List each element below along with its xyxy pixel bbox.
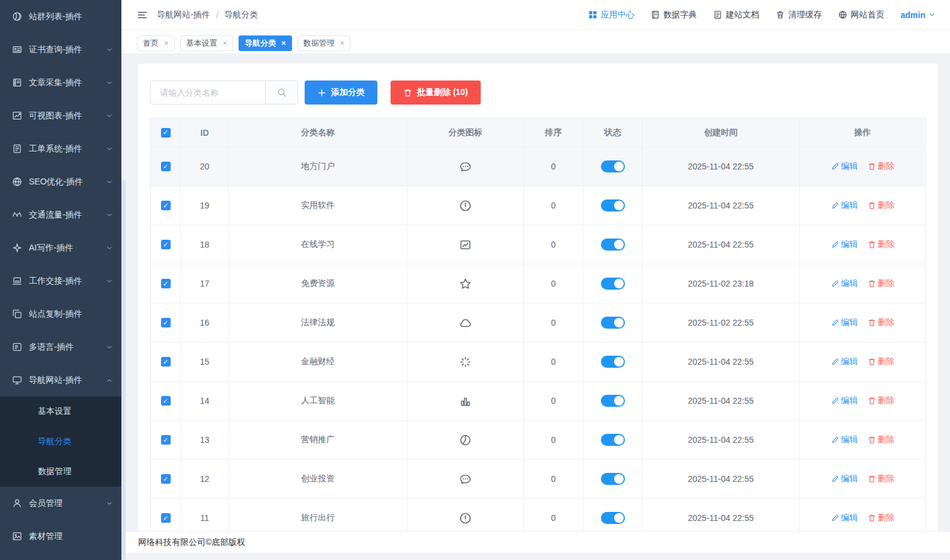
row-checkbox[interactable]: ✓ xyxy=(161,162,171,171)
tab-close-icon[interactable]: × xyxy=(281,39,286,47)
tab-基本设置[interactable]: 基本设置× xyxy=(180,35,234,51)
tab-close-icon[interactable]: × xyxy=(164,39,169,47)
status-toggle[interactable] xyxy=(601,473,625,485)
edit-button[interactable]: 编辑 xyxy=(831,161,858,172)
edit-button[interactable]: 编辑 xyxy=(831,513,858,523)
trash-icon xyxy=(868,240,876,249)
sidebar-item[interactable]: 会员管理 xyxy=(0,487,121,520)
traffic-icon xyxy=(12,210,22,220)
cell-created: 2025-11-04 22:55 xyxy=(642,147,800,186)
warning-icon xyxy=(459,199,472,212)
tab-数据管理[interactable]: 数据管理× xyxy=(297,35,351,51)
row-checkbox[interactable]: ✓ xyxy=(161,318,171,327)
topbar-link-label: 数据字典 xyxy=(663,10,697,20)
row-checkbox[interactable]: ✓ xyxy=(161,396,171,406)
sidebar-scrollbar[interactable] xyxy=(121,180,126,560)
user-menu[interactable]: admin xyxy=(901,10,936,20)
status-toggle[interactable] xyxy=(601,278,625,290)
table-row: ✓18在线学习02025-11-04 22:55编辑删除 xyxy=(151,225,925,264)
sidebar-item[interactable]: 工作交接-插件 xyxy=(0,264,121,297)
delete-button[interactable]: 删除 xyxy=(868,278,895,289)
delete-button[interactable]: 删除 xyxy=(868,317,895,328)
tab-导航分类[interactable]: 导航分类× xyxy=(239,35,292,51)
delete-label: 删除 xyxy=(878,434,895,445)
delete-button[interactable]: 删除 xyxy=(868,356,895,367)
delete-button[interactable]: 删除 xyxy=(868,395,895,406)
edit-button[interactable]: 编辑 xyxy=(831,278,858,289)
sidebar-subitem[interactable]: 数据管理 xyxy=(0,457,121,487)
delete-button[interactable]: 删除 xyxy=(868,239,895,250)
cell-sort: 0 xyxy=(524,303,583,342)
sidebar-item[interactable]: SEO优化-插件 xyxy=(0,165,121,198)
edit-button[interactable]: 编辑 xyxy=(831,317,858,328)
clear-cache-icon xyxy=(776,10,785,19)
row-checkbox[interactable]: ✓ xyxy=(161,435,171,445)
status-toggle[interactable] xyxy=(601,199,625,212)
tab-首页[interactable]: 首页× xyxy=(137,35,175,51)
edit-button[interactable]: 编辑 xyxy=(831,473,858,484)
add-category-button[interactable]: 添加分类 xyxy=(305,81,377,105)
delete-button[interactable]: 删除 xyxy=(868,200,895,211)
sidebar-item[interactable]: 文章采集-插件 xyxy=(0,66,121,99)
status-toggle[interactable] xyxy=(601,317,625,329)
status-toggle[interactable] xyxy=(601,356,625,368)
table-header-cell: 创建时间 xyxy=(642,118,800,147)
tab-close-icon[interactable]: × xyxy=(340,39,345,47)
edit-button[interactable]: 编辑 xyxy=(831,239,858,250)
row-checkbox[interactable]: ✓ xyxy=(161,279,171,288)
sidebar-item[interactable]: 导航网站-插件 xyxy=(0,364,121,397)
trash-icon xyxy=(868,201,876,210)
row-checkbox[interactable]: ✓ xyxy=(161,474,171,484)
content-card: 添加分类 批量删除 (10) ✓ID分类名称分类图标排序状态创建时间操作✓20地… xyxy=(138,64,938,553)
cell-actions: 编辑删除 xyxy=(800,303,925,342)
status-toggle[interactable] xyxy=(601,434,625,446)
sidebar-item[interactable]: AI写作-插件 xyxy=(0,231,121,264)
row-checkbox[interactable]: ✓ xyxy=(161,240,171,249)
search-button[interactable] xyxy=(265,81,298,105)
delete-button[interactable]: 删除 xyxy=(868,434,895,445)
topbar-link[interactable]: 应用中心 xyxy=(588,10,635,20)
edit-button[interactable]: 编辑 xyxy=(831,434,858,445)
row-checkbox[interactable]: ✓ xyxy=(161,513,171,523)
topbar-link[interactable]: 数据字典 xyxy=(651,10,697,20)
edit-button[interactable]: 编辑 xyxy=(831,356,858,367)
topbar-link[interactable]: 清理缓存 xyxy=(776,10,822,20)
sidebar-item[interactable]: 交通流量-插件 xyxy=(0,198,121,231)
edit-label: 编辑 xyxy=(841,239,858,250)
status-toggle[interactable] xyxy=(601,239,625,251)
delete-button[interactable]: 删除 xyxy=(868,473,895,484)
topbar-link[interactable]: 建站文档 xyxy=(713,10,760,20)
collapse-menu-icon[interactable] xyxy=(137,10,148,20)
cell-name: 金融财经 xyxy=(229,342,407,381)
topbar-link[interactable]: 网站首页 xyxy=(838,10,885,20)
main-area: 导航网站-插件/导航分类 应用中心数据字典建站文档清理缓存网站首页admin 首… xyxy=(121,0,950,560)
tab-close-icon[interactable]: × xyxy=(223,39,228,47)
edit-icon xyxy=(831,436,839,444)
row-checkbox[interactable]: ✓ xyxy=(161,357,171,367)
sidebar-subitem[interactable]: 导航分类 xyxy=(0,427,121,457)
select-all-checkbox[interactable]: ✓ xyxy=(161,128,171,138)
edit-button[interactable]: 编辑 xyxy=(831,395,858,406)
status-toggle[interactable] xyxy=(601,512,625,524)
topbar-link-label: 网站首页 xyxy=(851,10,885,20)
sidebar-item[interactable]: 站点复制-插件 xyxy=(0,297,121,330)
sidebar-item[interactable]: 证书查询-插件 xyxy=(0,33,121,66)
sidebar-item[interactable]: 素材管理 xyxy=(0,520,121,553)
sidebar-item[interactable]: 可视图表-插件 xyxy=(0,99,121,132)
status-toggle[interactable] xyxy=(601,160,625,172)
sidebar-subitem[interactable]: 基本设置 xyxy=(0,397,121,427)
delete-button[interactable]: 删除 xyxy=(868,161,895,172)
sidebar-item[interactable]: 工单系统-插件 xyxy=(0,132,121,165)
breadcrumb-item[interactable]: 导航网站-插件 xyxy=(157,10,210,20)
sidebar-item[interactable]: 多语言-插件 xyxy=(0,330,121,364)
sidebar-item[interactable]: 站群列表-插件 xyxy=(0,0,121,33)
edit-button[interactable]: 编辑 xyxy=(831,200,858,211)
row-checkbox[interactable]: ✓ xyxy=(161,201,171,210)
cell-sort: 0 xyxy=(524,382,583,420)
status-toggle[interactable] xyxy=(601,395,625,407)
search-input[interactable] xyxy=(150,81,265,105)
delete-button[interactable]: 删除 xyxy=(868,513,895,523)
cell-sort: 0 xyxy=(524,225,583,264)
batch-delete-button[interactable]: 批量删除 (10) xyxy=(391,81,481,105)
delete-label: 删除 xyxy=(878,239,895,250)
